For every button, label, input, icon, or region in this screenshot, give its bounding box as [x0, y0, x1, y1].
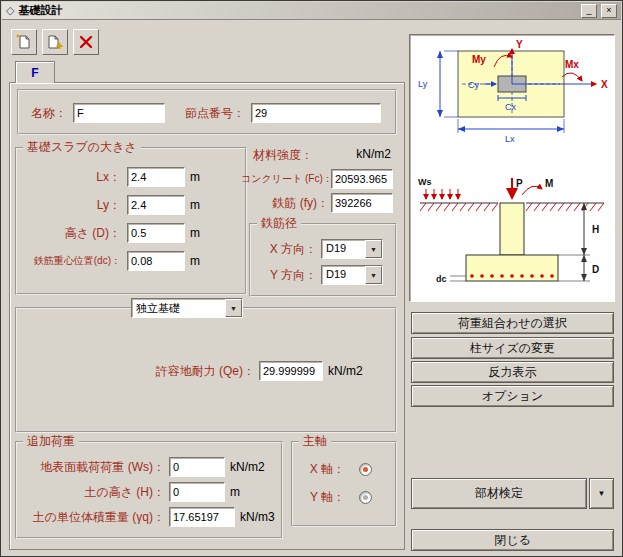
plan-my-label: My — [472, 54, 486, 65]
tab-f[interactable]: F — [15, 61, 55, 83]
elevation-d-label: D — [592, 264, 599, 275]
node-number-label: 節点番号： — [185, 105, 245, 122]
lx-unit: m — [190, 170, 200, 184]
elevation-dc-label: dc — [436, 274, 447, 284]
chevron-down-icon[interactable]: ▼ — [365, 266, 382, 284]
additional-load-title: 追加荷重 — [23, 434, 79, 448]
rebar-diameter-title: 鉄筋径 — [257, 216, 301, 230]
bearing-input[interactable] — [259, 361, 323, 381]
new-document-icon — [16, 34, 32, 50]
plan-cx-label: Cx — [505, 102, 516, 112]
copy-document-button[interactable] — [42, 29, 68, 55]
soil-height-unit: m — [230, 485, 240, 499]
x-direction-row: X 方向： D19 ▼ — [259, 239, 383, 259]
principal-axis-group: 主軸 X 軸： Y 軸： — [291, 441, 397, 527]
soil-unit-weight-row: 土の単位体積重量 (γq)： kN/m3 — [23, 507, 275, 527]
material-strength-section: 材料強度： kN/m2 コンクリート (Fc)： 鉄筋 (fy)： — [241, 147, 399, 221]
rebar-fy-row: 鉄筋 (fy)： — [241, 193, 393, 213]
foundation-type-select[interactable]: 独立基礎 ▼ — [131, 298, 243, 318]
y-axis-label: Y 軸： — [301, 489, 345, 506]
plan-y-label: Y — [516, 39, 523, 50]
titlebar: ◇ 基礎設計 _ × — [2, 2, 621, 20]
identity-row: 名称： 節点番号： — [31, 103, 381, 123]
minimize-button[interactable]: _ — [581, 4, 597, 18]
lx-row: Lx： m — [23, 167, 200, 187]
diagram-panel: Y X My Mx Cy Cx Lx — [409, 34, 615, 302]
x-direction-label: X 方向： — [259, 241, 317, 258]
member-verification-dropdown-button[interactable]: ▼ — [589, 478, 614, 509]
foundation-type-value: 独立基礎 — [132, 299, 225, 317]
lx-label: Lx： — [23, 169, 121, 186]
height-row: 高さ (D)： m — [23, 223, 200, 243]
material-strength-header: 材料強度： kN/m2 — [241, 147, 399, 164]
soil-height-input[interactable] — [169, 482, 225, 502]
soil-height-row: 土の高さ (H)： m — [23, 482, 240, 502]
rebar-fy-label: 鉄筋 (fy)： — [241, 195, 329, 212]
bearing-label: 許容地耐力 (Qe)： — [23, 363, 255, 380]
additional-load-group: 追加荷重 地表面載荷荷重 (Ws)： kN/m2 土の高さ (H)： m 土の単… — [15, 441, 283, 539]
slab-size-title: 基礎スラブの大きさ — [23, 140, 141, 154]
ly-unit: m — [190, 198, 200, 212]
copy-document-icon — [47, 34, 63, 50]
toolbar — [11, 29, 99, 55]
close-dialog-button[interactable]: 閉じる — [411, 529, 614, 551]
identity-panel: 名称： 節点番号： — [17, 89, 397, 135]
surface-load-input[interactable] — [169, 457, 225, 477]
node-number-input[interactable] — [251, 103, 381, 123]
x-rebar-value: D19 — [322, 240, 365, 258]
elevation-h-label: H — [592, 224, 599, 235]
slab-size-group: 基礎スラブの大きさ Lx： m Ly： m 高さ (D)： m 鉄筋重心位置(d… — [15, 147, 247, 295]
options-button[interactable]: オプション — [411, 385, 614, 407]
delete-button[interactable] — [73, 29, 99, 55]
principal-axis-title: 主軸 — [299, 434, 331, 448]
member-verification-button[interactable]: 部材検定 — [411, 478, 587, 509]
concrete-row: コンクリート (Fc)： — [241, 169, 393, 189]
ly-input[interactable] — [127, 195, 185, 215]
surface-load-row: 地表面載荷荷重 (Ws)： kN/m2 — [23, 457, 265, 477]
concrete-fc-label: コンクリート (Fc)： — [241, 172, 329, 186]
rebar-center-row: 鉄筋重心位置(dc)： m — [23, 251, 200, 271]
foundation-design-window: ◇ 基礎設計 _ × — [0, 0, 623, 557]
elevation-p-label: P — [516, 178, 523, 189]
x-axis-row: X 軸： — [301, 459, 372, 479]
height-label: 高さ (D)： — [23, 225, 121, 242]
soil-unit-weight-unit: kN/m3 — [240, 510, 275, 524]
foundation-plan-diagram: Y X My Mx Cy Cx Lx — [412, 37, 612, 175]
load-combination-button[interactable]: 荷重組合わせの選択 — [411, 312, 614, 334]
material-unit-header: kN/m2 — [356, 147, 391, 164]
elevation-ws-label: Ws — [418, 177, 432, 187]
material-strength-label: 材料強度： — [253, 147, 313, 164]
chevron-down-icon[interactable]: ▼ — [225, 299, 242, 317]
column-size-button[interactable]: 柱サイズの変更 — [411, 337, 614, 359]
soil-height-label: 土の高さ (H)： — [23, 484, 165, 501]
close-window-button[interactable]: × — [601, 4, 617, 18]
y-rebar-select[interactable]: D19 ▼ — [321, 265, 383, 285]
chevron-down-icon[interactable]: ▼ — [365, 240, 382, 258]
name-input[interactable] — [73, 103, 165, 123]
soil-unit-weight-input[interactable] — [169, 507, 235, 527]
y-rebar-value: D19 — [322, 266, 365, 284]
ly-row: Ly： m — [23, 195, 200, 215]
x-axis-radio[interactable] — [359, 463, 372, 476]
rebar-center-unit: m — [190, 254, 200, 268]
new-document-button[interactable] — [11, 29, 37, 55]
plan-x-label: X — [601, 79, 608, 90]
reaction-display-button[interactable]: 反力表示 — [411, 361, 614, 383]
rebar-fy-input[interactable] — [331, 193, 393, 213]
lx-input[interactable] — [127, 167, 185, 187]
y-axis-radio[interactable] — [359, 491, 372, 504]
y-direction-row: Y 方向： D19 ▼ — [259, 265, 383, 285]
rebar-center-input[interactable] — [127, 251, 185, 271]
rebar-diameter-group: 鉄筋径 X 方向： D19 ▼ Y 方向： D19 ▼ — [249, 223, 397, 297]
surface-load-label: 地表面載荷荷重 (Ws)： — [23, 459, 165, 476]
x-rebar-select[interactable]: D19 ▼ — [321, 239, 383, 259]
height-input[interactable] — [127, 223, 185, 243]
plan-ly-label: Ly — [418, 79, 428, 89]
ly-label: Ly： — [23, 197, 121, 214]
plan-mx-label: Mx — [565, 59, 579, 70]
soil-unit-weight-label: 土の単位体積重量 (γq)： — [23, 509, 165, 526]
bearing-unit: kN/m2 — [328, 364, 363, 378]
x-axis-label: X 軸： — [301, 461, 345, 478]
concrete-fc-input[interactable] — [331, 169, 393, 189]
window-title: 基礎設計 — [18, 3, 577, 18]
